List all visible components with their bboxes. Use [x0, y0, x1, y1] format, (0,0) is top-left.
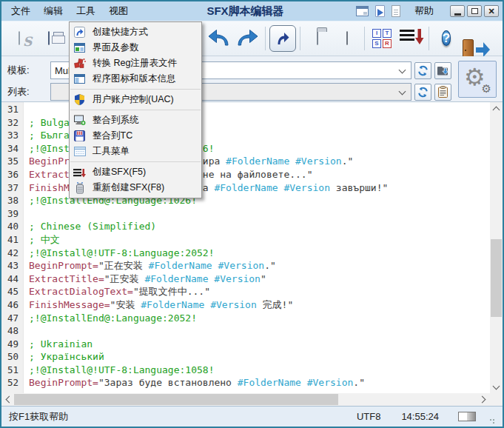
menu-item[interactable]: 重新创建SFX(F8)	[70, 180, 201, 195]
redo-icon	[235, 27, 261, 50]
editor-line[interactable]: 47;!@InstallEnd@:Language:2052!	[1, 312, 490, 325]
minimize-button[interactable]	[450, 5, 465, 17]
menubar-item-视图[interactable]: 视图	[102, 1, 135, 21]
menu-item[interactable]: 创建SFX(F5)	[70, 164, 201, 180]
dialog-preview-icon[interactable]	[356, 6, 369, 16]
exit-button[interactable]	[461, 24, 491, 53]
resize-grip[interactable]	[489, 418, 495, 424]
menu-item-label: 创建SFX(F5)	[93, 166, 146, 178]
scroll-right-button[interactable]	[477, 393, 490, 406]
template-label: 模板:	[7, 64, 50, 77]
redo-button[interactable]	[233, 24, 263, 53]
menubar-item-工具[interactable]: 工具	[70, 1, 102, 21]
toolbar-separator	[300, 27, 300, 50]
line-number: 50	[1, 350, 24, 364]
scroll-left-button[interactable]	[1, 393, 14, 406]
menu-separator	[70, 89, 201, 90]
menubar-item-文件[interactable]: 文件	[4, 1, 37, 21]
line-content	[24, 103, 29, 116]
editor-line[interactable]: 49; Ukrainian	[1, 338, 490, 351]
settings-button[interactable]: ⚙ ⚙	[458, 61, 497, 98]
menu-item[interactable]: 整合到系统	[70, 113, 201, 128]
menu-item-label: 重新创建SFX(F8)	[93, 181, 164, 194]
toolbar-separator	[364, 27, 365, 50]
editor-line[interactable]: 45ExtractDialogText="提取文件中..."	[1, 285, 490, 298]
save-button[interactable]	[34, 24, 64, 53]
menu-item-label: 整合到系统	[93, 114, 139, 127]
menu-uac-icon	[73, 94, 86, 106]
titlebar-mini-icons	[356, 5, 400, 17]
undo-button[interactable]	[204, 24, 233, 53]
chevron-down-icon[interactable]	[399, 88, 406, 96]
menu-item[interactable]: 整合到TC	[70, 128, 201, 144]
template-folder-button[interactable]	[434, 62, 451, 79]
new-script-icon: S	[19, 32, 20, 45]
document-icon[interactable]	[392, 5, 400, 17]
template-refresh-button[interactable]	[414, 62, 431, 79]
line-content: ;!@Install@!UTF-8:Language:1058!	[24, 364, 214, 377]
close-button[interactable]: ✕	[484, 5, 499, 17]
editor-line[interactable]: 48	[1, 324, 490, 338]
menubar-item-help[interactable]: 帮助	[408, 1, 440, 21]
menu-item[interactable]: 转换 Reg注册表文件	[70, 56, 201, 71]
editor-line[interactable]: 52BeginPrompt="Зараз буде встановлено #F…	[1, 376, 490, 389]
editor-line[interactable]: 50; Український	[1, 350, 490, 364]
folder-icon	[317, 32, 318, 45]
v-scrollbar[interactable]	[490, 102, 503, 393]
shortcut-button[interactable]	[268, 24, 298, 53]
menu-item[interactable]: 用户账户控制(UAC)	[70, 92, 201, 107]
editor-line[interactable]: 39	[1, 207, 490, 221]
itsr-icon: ITSR	[372, 29, 392, 48]
itsr-button[interactable]: ITSR	[367, 24, 397, 53]
line-number: 44	[1, 272, 24, 286]
scroll-up-button[interactable]	[490, 102, 503, 115]
v-scrollbar-thumb[interactable]	[491, 239, 502, 317]
menu-create-sfx-icon	[73, 167, 86, 178]
editor-line[interactable]: 42;!@Install@!UTF-8:Language:2052!	[1, 247, 490, 260]
menu-item[interactable]: 创建快捷方式	[70, 24, 201, 40]
menubar-item-编辑[interactable]: 编辑	[37, 1, 70, 21]
menu-separator	[70, 161, 201, 162]
save-icon	[48, 32, 50, 45]
archive-button[interactable]	[332, 24, 362, 53]
line-number: 35	[1, 155, 24, 168]
create-sfx-button[interactable]	[397, 24, 426, 53]
editor-line[interactable]: 46FinishMessage="安装 #FolderName #Version…	[1, 298, 490, 312]
scroll-down-button[interactable]	[490, 381, 503, 393]
line-number: 45	[1, 285, 24, 298]
menubar-items: 文件编辑工具视图	[4, 1, 135, 21]
h-scrollbar[interactable]	[1, 393, 490, 406]
undo-icon	[206, 27, 231, 50]
line-content: BeginPrompt="Зараз буде встановлено #Fol…	[24, 376, 365, 389]
list-clipboard-button[interactable]	[434, 84, 451, 101]
maximize-button[interactable]	[467, 5, 482, 17]
h-scrollbar-thumb[interactable]	[14, 394, 338, 405]
folder-button[interactable]	[303, 24, 332, 53]
line-content: ExtractTitle="正安装 #FolderName #Version"	[24, 272, 266, 286]
menu-item[interactable]: 程序图标和版本信息	[70, 71, 201, 87]
script-convert-icon[interactable]	[375, 5, 385, 17]
menu-item[interactable]: 界面及参数	[70, 40, 201, 56]
menu-item[interactable]: 工具菜单	[70, 144, 201, 159]
editor-line[interactable]: 51;!@Install@!UTF-8:Language:1058!	[1, 364, 490, 377]
line-content: ExtractDialogText="提取文件中..."	[24, 285, 210, 298]
editor-line[interactable]: 40; Chinese (Simplified)	[1, 220, 490, 233]
line-content: ; Ukrainian	[24, 338, 93, 351]
line-content: FinishMessage="安装 #FolderName #Version 完…	[24, 298, 293, 312]
menu-item-label: 创建快捷方式	[93, 26, 148, 39]
line-number: 42	[1, 247, 24, 260]
editor-line[interactable]: 41; 中文	[1, 233, 490, 247]
list-refresh-button[interactable]	[414, 84, 431, 101]
line-number: 46	[1, 298, 24, 312]
menu-shortcut-icon	[73, 27, 86, 39]
editor-line[interactable]: 43BeginPrompt="正在安装 #FolderName #Version…	[1, 259, 490, 272]
menu-separator	[70, 110, 201, 110]
chevron-down-icon[interactable]	[399, 67, 406, 74]
help-button[interactable]: ?	[431, 24, 461, 53]
line-number: 41	[1, 233, 24, 247]
editor-line[interactable]: 44ExtractTitle="正安装 #FolderName #Version…	[1, 272, 490, 286]
refresh-icon	[417, 65, 429, 76]
new-script-button[interactable]: S	[4, 24, 34, 53]
menu-registry-icon	[73, 58, 86, 70]
help-icon: ?	[442, 29, 451, 48]
